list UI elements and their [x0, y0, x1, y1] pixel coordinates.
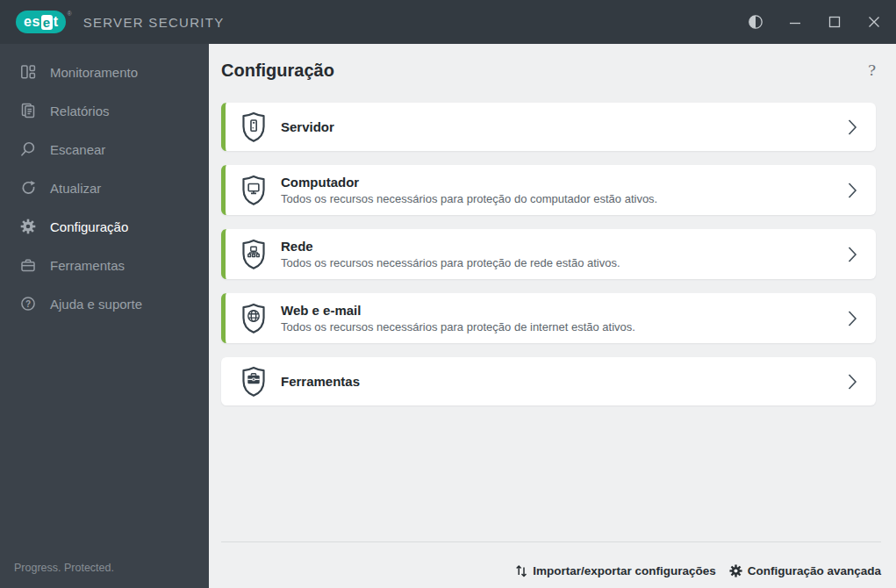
sidebar-item-ajuda-e-suporte[interactable]: ? Ajuda e suporte: [0, 284, 209, 323]
footer-link-label: Importar/exportar configurações: [533, 564, 716, 577]
settings-card-rede[interactable]: Rede Todos os recursos necessários para …: [221, 229, 876, 279]
card-title: Web e e-mail: [281, 303, 846, 318]
settings-card-list: Servidor Computador Todos os recursos ne…: [221, 103, 876, 405]
sidebar-item-label: Configuração: [50, 219, 128, 234]
scan-icon: [19, 140, 37, 158]
footer-link-label: Configuração avançada: [748, 564, 881, 577]
web-shield-icon: [239, 302, 269, 335]
computer-shield-icon: [239, 174, 269, 207]
tools-shield-icon: [239, 365, 269, 398]
sidebar-item-label: Ajuda e suporte: [50, 297, 142, 312]
card-subtitle: Todos os recursos necessários para prote…: [281, 320, 846, 333]
chevron-right-icon: [846, 309, 858, 328]
settings-card-ferramentas[interactable]: Ferramentas: [221, 357, 876, 405]
help-icon[interactable]: ?: [868, 61, 876, 79]
advanced-setup-link[interactable]: Configuração avançada: [728, 563, 881, 578]
card-subtitle: Todos os recursos necessários para prote…: [281, 256, 846, 269]
product-name: SERVER SECURITY: [83, 15, 225, 30]
eset-logo-t: t: [54, 14, 59, 30]
eset-logo-e: e: [41, 15, 53, 30]
sidebar-item-label: Monitoramento: [50, 65, 138, 80]
settings-card-web-e-email[interactable]: Web e e-mail Todos os recursos necessári…: [221, 293, 876, 343]
chevron-right-icon: [846, 118, 858, 137]
dashboard-icon: [19, 63, 37, 81]
network-shield-icon: [239, 238, 269, 271]
eset-logo: eset ® SERVER SECURITY: [16, 11, 225, 33]
registered-mark: ®: [67, 11, 71, 17]
import-export-settings-link[interactable]: Importar/exportar configurações: [515, 563, 716, 578]
card-text: Web e e-mail Todos os recursos necessári…: [281, 303, 846, 333]
card-subtitle: Todos os recursos necessários para prote…: [281, 192, 846, 205]
card-text: Rede Todos os recursos necessários para …: [281, 239, 846, 269]
eset-logo-es: es: [24, 14, 40, 30]
contrast-icon[interactable]: [744, 11, 767, 33]
eset-server-security-window: { "window": { "brand": "eset", "brand_re…: [0, 0, 896, 588]
help-circle-icon: ?: [19, 295, 37, 312]
chevron-right-icon: [846, 245, 858, 264]
sidebar-item-label: Atualizar: [50, 181, 101, 196]
minimize-icon[interactable]: [784, 11, 806, 33]
sidebar-item-label: Relatórios: [50, 104, 110, 118]
card-title: Ferramentas: [281, 374, 846, 389]
sidebar: Monitoramento Relatórios Escanear Atuali…: [0, 44, 209, 588]
sidebar-menu: Monitoramento Relatórios Escanear Atuali…: [0, 44, 209, 323]
brand-tagline: Progress. Protected.: [14, 562, 114, 574]
tools-briefcase-icon: [19, 256, 37, 274]
sidebar-item-escanear[interactable]: Escanear: [0, 130, 209, 169]
card-text: Ferramentas: [281, 374, 846, 389]
eset-logo-pill: eset: [16, 11, 66, 33]
card-title: Servidor: [281, 119, 846, 134]
sidebar-item-ferramentas[interactable]: Ferramentas: [0, 246, 209, 284]
server-shield-icon: [239, 111, 269, 144]
settings-card-servidor[interactable]: Servidor: [221, 103, 876, 151]
window-controls: [744, 0, 885, 44]
sidebar-item-monitoramento[interactable]: Monitoramento: [0, 53, 209, 91]
sidebar-item-label: Ferramentas: [50, 258, 125, 273]
chevron-right-icon: [846, 181, 858, 200]
card-text: Servidor: [281, 119, 846, 134]
sidebar-item-label: Escanear: [50, 142, 105, 157]
close-icon[interactable]: [863, 11, 885, 33]
title-bar: eset ® SERVER SECURITY: [0, 0, 896, 44]
footer-actions: Importar/exportar configurações Configur…: [515, 563, 881, 578]
maximize-icon[interactable]: [823, 11, 846, 33]
footer-divider: [221, 541, 881, 542]
sidebar-item-configuracao[interactable]: Configuração: [0, 207, 209, 246]
sidebar-item-atualizar[interactable]: Atualizar: [0, 169, 209, 207]
card-title: Rede: [281, 239, 846, 254]
reports-icon: [19, 102, 37, 119]
svg-text:?: ?: [25, 299, 31, 309]
card-title: Computador: [281, 175, 846, 190]
page-title: Configuração: [221, 61, 334, 81]
update-icon: [19, 179, 37, 197]
import-export-icon: [515, 563, 528, 578]
main-content: Configuração ? Servidor Computador Todos…: [209, 44, 896, 588]
settings-card-computador[interactable]: Computador Todos os recursos necessários…: [221, 165, 876, 215]
sidebar-item-relatorios[interactable]: Relatórios: [0, 91, 209, 130]
settings-gear-icon: [19, 218, 37, 235]
card-text: Computador Todos os recursos necessários…: [281, 175, 846, 205]
chevron-right-icon: [846, 372, 858, 391]
advanced-settings-gear-icon: [728, 563, 743, 578]
